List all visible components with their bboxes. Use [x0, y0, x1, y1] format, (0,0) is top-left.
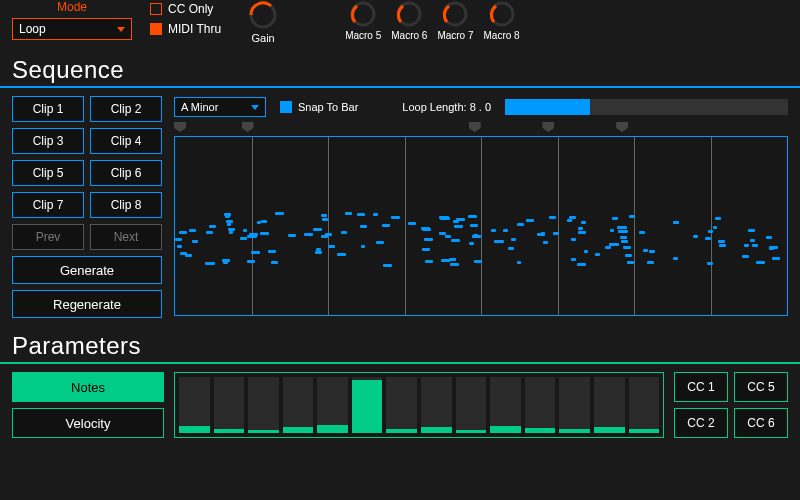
midi-note[interactable]: [189, 229, 195, 232]
midi-note[interactable]: [205, 262, 215, 265]
midi-note[interactable]: [185, 254, 192, 257]
midi-note[interactable]: [424, 238, 432, 241]
param-bar[interactable]: [490, 377, 521, 433]
midi-note[interactable]: [229, 231, 233, 234]
midi-note[interactable]: [581, 221, 586, 224]
midi-note[interactable]: [313, 228, 322, 231]
clip-button[interactable]: Clip 4: [90, 128, 162, 154]
midi-note[interactable]: [223, 261, 228, 264]
cc-button[interactable]: CC 1: [674, 372, 728, 402]
midi-note[interactable]: [595, 253, 600, 256]
param-bar[interactable]: [629, 377, 660, 433]
midi-note[interactable]: [673, 257, 678, 260]
midi-note[interactable]: [261, 220, 267, 223]
midi-note[interactable]: [543, 241, 547, 244]
loop-marker[interactable]: [469, 122, 481, 132]
midi-note[interactable]: [373, 213, 377, 216]
midi-note[interactable]: [309, 233, 313, 236]
midi-note[interactable]: [639, 231, 645, 234]
midi-note[interactable]: [748, 229, 755, 232]
midi-note[interactable]: [708, 230, 713, 233]
param-bar[interactable]: [421, 377, 452, 433]
midi-note[interactable]: [707, 262, 713, 265]
macro-knob[interactable]: [395, 0, 423, 28]
midi-note[interactable]: [693, 235, 698, 238]
midi-note[interactable]: [715, 217, 721, 220]
clip-button[interactable]: Clip 3: [12, 128, 84, 154]
midi-note[interactable]: [526, 219, 534, 222]
param-bar[interactable]: [594, 377, 625, 433]
midi-note[interactable]: [629, 215, 635, 218]
midi-note[interactable]: [742, 255, 748, 258]
midi-note[interactable]: [376, 241, 383, 244]
midi-note[interactable]: [491, 229, 495, 232]
midi-note[interactable]: [382, 224, 390, 227]
midi-note[interactable]: [617, 226, 627, 229]
midi-note[interactable]: [571, 258, 576, 261]
midi-note[interactable]: [756, 261, 765, 264]
loop-marker[interactable]: [616, 122, 628, 132]
param-bar[interactable]: [248, 377, 279, 433]
midi-note[interactable]: [268, 250, 276, 253]
midi-note[interactable]: [620, 236, 627, 239]
midi-note[interactable]: [192, 240, 198, 243]
regenerate-button[interactable]: Regenerate: [12, 290, 162, 318]
midi-note[interactable]: [750, 239, 754, 242]
midi-note[interactable]: [288, 234, 295, 237]
cc-button[interactable]: CC 6: [734, 408, 788, 438]
clip-button[interactable]: Clip 1: [12, 96, 84, 122]
midi-note[interactable]: [441, 259, 449, 262]
midi-note[interactable]: [454, 225, 463, 228]
midi-note[interactable]: [643, 249, 648, 252]
midi-note[interactable]: [713, 226, 717, 229]
param-bar[interactable]: [283, 377, 314, 433]
midi-note[interactable]: [316, 248, 321, 251]
midi-note[interactable]: [260, 232, 270, 235]
midi-note[interactable]: [321, 214, 327, 217]
midi-note[interactable]: [451, 239, 460, 242]
midi-note[interactable]: [610, 229, 614, 232]
midi-note[interactable]: [357, 213, 365, 216]
midi-note[interactable]: [425, 260, 432, 263]
midi-note[interactable]: [752, 244, 758, 247]
midi-note[interactable]: [618, 230, 628, 233]
cc-button[interactable]: CC 5: [734, 372, 788, 402]
midi-note[interactable]: [605, 246, 611, 249]
midi-note[interactable]: [549, 216, 555, 219]
midi-note[interactable]: [609, 243, 619, 246]
midi-note[interactable]: [468, 215, 474, 218]
midi-note[interactable]: [772, 257, 781, 260]
midi-note[interactable]: [473, 235, 480, 238]
midi-note[interactable]: [517, 261, 521, 264]
param-bar[interactable]: [386, 377, 417, 433]
midi-note[interactable]: [450, 263, 459, 266]
param-bar[interactable]: [525, 377, 556, 433]
mode-select[interactable]: Loop: [12, 18, 132, 40]
snap-to-bar-checkbox[interactable]: Snap To Bar: [280, 101, 358, 113]
midi-note[interactable]: [179, 231, 187, 234]
param-bar[interactable]: [352, 377, 383, 433]
midi-note[interactable]: [422, 228, 431, 231]
midi-note[interactable]: [445, 235, 451, 238]
midi-note[interactable]: [567, 219, 572, 222]
midi-note[interactable]: [744, 244, 749, 247]
midi-note[interactable]: [621, 240, 628, 243]
midi-note[interactable]: [341, 231, 347, 234]
midi-note[interactable]: [271, 261, 279, 264]
midi-note[interactable]: [577, 263, 586, 266]
midi-note[interactable]: [249, 233, 258, 236]
midi-note[interactable]: [451, 258, 456, 261]
cc-button[interactable]: CC 2: [674, 408, 728, 438]
midi-note[interactable]: [453, 220, 460, 223]
midi-note[interactable]: [718, 240, 725, 243]
generate-button[interactable]: Generate: [12, 256, 162, 284]
midi-note[interactable]: [578, 231, 586, 234]
midi-note[interactable]: [719, 244, 725, 247]
midi-note[interactable]: [328, 245, 335, 248]
midi-note[interactable]: [391, 216, 400, 219]
param-bar[interactable]: [559, 377, 590, 433]
midi-note[interactable]: [673, 221, 679, 224]
midi-note[interactable]: [627, 261, 634, 264]
next-button[interactable]: Next: [90, 224, 162, 250]
midi-note[interactable]: [209, 225, 216, 228]
